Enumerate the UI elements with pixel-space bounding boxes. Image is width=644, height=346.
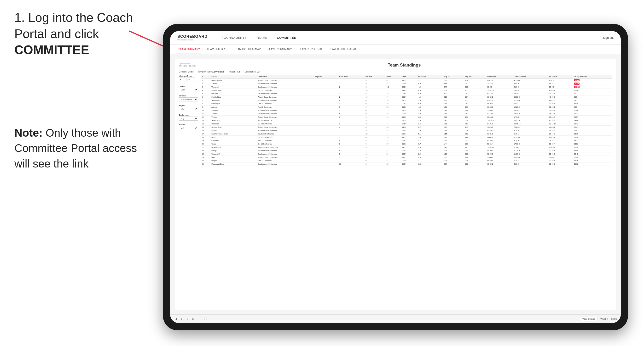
tab-team-summary[interactable]: TEAM SUMMARY [177, 44, 201, 54]
conf-rank-cell: 2 [338, 85, 365, 89]
nav-tournaments[interactable]: TOURNAMENTS [217, 31, 252, 44]
wins-cell: 278.7 [401, 146, 417, 149]
tab-player-h2h-grid[interactable]: PLAYER H2H GRID [298, 44, 323, 54]
top25-cell: 23-33-1 [548, 159, 573, 163]
overall-cell: 12-14-1 [513, 92, 548, 95]
col-low-score: Low Score [486, 75, 513, 79]
conf-rank-cell: 1 [338, 82, 365, 85]
rank-cell: 4 [201, 89, 210, 92]
overall-cell: 9-10-1 [513, 132, 548, 136]
no-tour-cell: 7 [364, 149, 386, 153]
tab-player-summary[interactable]: PLAYER SUMMARY [266, 44, 293, 54]
no-tour-cell: 9 [364, 82, 386, 85]
toolbar-refresh[interactable]: ↻ [186, 317, 189, 321]
rank-cell: 24 [201, 156, 210, 159]
nav-teams[interactable]: TEAMS [252, 31, 272, 44]
low-score-cell: 86-26-1 [486, 106, 513, 109]
rnds-cell: 23 [386, 112, 401, 116]
rank-cell: 9 [201, 106, 210, 109]
tab-player-h2h-heatmap[interactable]: PLAYER H2H HEATMAP [328, 44, 359, 54]
rank-cell: 10 [201, 109, 210, 112]
wins-cell: 276.8 [401, 126, 417, 129]
overall-cell: 9-19-1 [513, 159, 548, 163]
conf-rank-cell: - [338, 132, 365, 136]
wins-cell: 275.9 [401, 99, 417, 102]
avg-sg-cell: 2.20 [443, 95, 464, 99]
conf-rank-cell: 2 [338, 95, 365, 99]
pts-cell: 68.38 [573, 159, 612, 163]
watch-button[interactable]: Watch ▾ [600, 318, 608, 320]
share-button[interactable]: Share [611, 318, 617, 320]
col-conference: Conference [257, 75, 314, 79]
rank-cell: 20 [201, 142, 210, 146]
reg-rank-cell: - [314, 159, 338, 163]
top25-cell: 33-29-1 [548, 109, 573, 112]
tab-team-h2h-grid[interactable]: TEAM H2H GRID [206, 44, 228, 54]
toolbar-more[interactable]: ⋯ [197, 317, 201, 321]
reg-rank-cell: - [314, 163, 338, 166]
conf-rank-cell: 4 [338, 139, 365, 142]
avg-rd-cell: 265 [464, 126, 486, 129]
col-reg-rank: Reg Rank [314, 75, 338, 79]
rnds-cell: 27 [386, 142, 401, 146]
avg-rd-cell: 265 [464, 99, 486, 102]
min-rounds-min-input[interactable] [179, 78, 186, 81]
table-row: 26 Mississippi State Southeastern Confer… [201, 163, 612, 166]
min-rounds-filter: Minimum Rou... [179, 75, 198, 82]
min-rounds-label: Minimum Rou... [179, 75, 198, 77]
low-score-cell: 100-27-1 [486, 89, 513, 92]
pts-cell: 80.47 [573, 126, 612, 129]
avg-rd-cell: 268 [464, 112, 486, 116]
avg-rd-cell: 264 [464, 95, 486, 99]
filter-conference: Conference: All [244, 71, 260, 73]
reg-rank-cell: - [314, 149, 338, 153]
conf-rank-cell: 2 [338, 102, 365, 106]
adj-score-cell: -3.5 [417, 119, 443, 122]
step-bold: COMMITTEE [14, 43, 89, 57]
note-text: Note: Only those with Committee Portal a… [14, 125, 154, 171]
school-filter-select[interactable]: (All) [179, 126, 198, 130]
overall-cell: 17-33-34 [513, 142, 548, 146]
reg-rank-cell: - [314, 99, 338, 102]
tab-team-h2h-heatmap[interactable]: TEAM H2H HEATMAP [233, 44, 262, 54]
school-cell: Arkansas [210, 112, 257, 116]
region-filter-select[interactable]: N/A [179, 107, 198, 111]
view-original-button[interactable]: View: Original [580, 317, 598, 321]
toolbar-bookmark[interactable]: ⊞ [191, 317, 195, 321]
toolbar-back[interactable]: ◀ [174, 317, 178, 321]
pts-cell: 71.7 [573, 92, 612, 95]
avg-rd-cell: 260 [464, 139, 486, 142]
division-filter-select[interactable]: NCAA Division I [179, 97, 198, 101]
pts-cell: 89.11 [573, 79, 612, 82]
adj-score-cell: -5.5 [417, 99, 443, 102]
conference-filter-label: Conference [179, 114, 198, 116]
low-score-cell: 91-6-0 [486, 85, 513, 89]
tablet-screen: SCOREBOARD Powered by clippd TOURNAMENTS… [170, 31, 621, 323]
adj-score-cell: -0.8 [417, 146, 443, 149]
toolbar-forward[interactable]: ▶ [180, 317, 184, 321]
conf-cell: Big 12 Conference [257, 122, 314, 126]
nav-committee[interactable]: COMMITTEE [272, 31, 301, 44]
rank-cell: 6 [201, 95, 210, 99]
min-rounds-max-input[interactable] [187, 78, 195, 81]
avg-sg-cell: 1.28 [443, 136, 464, 139]
avg-sg-cell: 2.11 [443, 99, 464, 102]
filter-range-inputs [179, 78, 198, 81]
top25-cell: 40-33-2 [548, 119, 573, 122]
gender-filter-left: Gender Men's [179, 85, 198, 92]
adj-score-cell: -4.0 [417, 85, 443, 89]
conference-filter-select[interactable]: (All) [179, 117, 198, 121]
overall-cell: 11-29-0 [513, 149, 548, 153]
filter-division: Division: NCAA Division I [198, 71, 224, 73]
wins-cell: 276.9 [401, 119, 417, 122]
toolbar-clock[interactable]: 🕐 [203, 317, 208, 321]
rnds-cell: 26 [386, 126, 401, 129]
top25-cell: 38-6-0 [548, 85, 573, 89]
gender-filter-select[interactable]: Men's [179, 88, 198, 92]
conf-cell: Southeastern Conference [257, 92, 314, 95]
top25-cell: 54-4-0 [548, 82, 573, 85]
no-tour-cell: 9 [364, 159, 386, 163]
data-table-wrapper: # School Conference Reg Rank Conf Rank N… [201, 75, 612, 299]
conf-rank-cell: 1 [338, 136, 365, 139]
sign-out-link[interactable]: Sign out [603, 36, 614, 39]
